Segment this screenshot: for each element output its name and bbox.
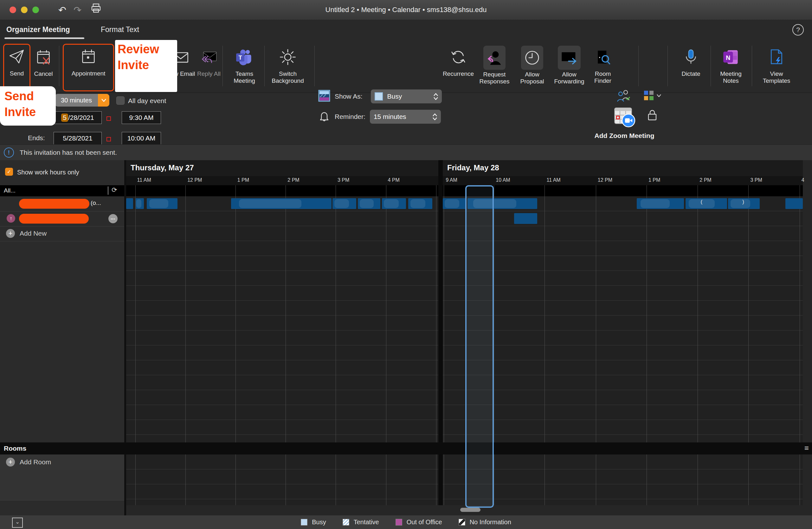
hour-gridline (235, 185, 236, 196)
duration-dropdown-icon (98, 94, 109, 106)
legend-item-noinfo: No Information (459, 518, 511, 526)
hour-gridline (386, 455, 386, 505)
hour-gridline (386, 196, 386, 442)
reply-all-button[interactable]: Reply All (195, 45, 222, 91)
tick-label: 1 PM (237, 177, 249, 183)
legend-label: No Information (470, 518, 511, 526)
add-new-row[interactable]: + Add New (0, 226, 124, 241)
tab-organizer-meeting[interactable]: Organizer Meeting (6, 25, 70, 34)
status-legend: ⌄ BusyTentativeOut of OfficeNo Informati… (0, 515, 812, 529)
appointment-button[interactable]: Appointment (63, 44, 114, 91)
annotation-review-invite: Review Invite (115, 40, 177, 92)
recurrence-button[interactable]: Recurrence (442, 45, 475, 91)
reminder-select[interactable]: 15 minutes (370, 110, 441, 124)
reminder-label: Reminder: (335, 113, 365, 120)
category-grid-icon[interactable] (643, 90, 661, 101)
view-templates-button[interactable]: View Templates (757, 45, 796, 91)
tick-label: 2 PM (288, 177, 299, 183)
tick-label: 3 PM (337, 177, 349, 183)
request-responses-button[interactable]: Request Responses (477, 45, 512, 91)
all-day-label: All day event (128, 97, 166, 105)
hamburger-icon[interactable]: ≡ (804, 444, 809, 453)
day-title: Friday, May 28 (447, 163, 499, 172)
rooms-header: Rooms ≡ (0, 442, 812, 455)
reminder-row: Reminder: 15 minutes (318, 110, 441, 124)
hour-gridline (647, 185, 647, 196)
add-room-row[interactable]: + Add Room (0, 455, 124, 470)
tick-label: 11 AM (137, 177, 151, 183)
window-title: Untitled 2 • Meeting • Calendar • sms138… (0, 6, 812, 14)
tick-label: 2 PM (699, 177, 711, 183)
attendee-row-1[interactable]: (o... (0, 196, 124, 212)
busy-block (408, 198, 432, 209)
allow-forwarding-button[interactable]: Allow Forwarding (551, 45, 587, 91)
legend-label: Tentative (354, 518, 379, 526)
plus-icon: + (6, 458, 15, 467)
tab-format-text[interactable]: Format Text (101, 25, 139, 34)
show-as-select[interactable]: Busy (371, 89, 442, 103)
rooms-grid[interactable] (443, 455, 803, 505)
teams-meeting-button[interactable]: T Teams Meeting (226, 45, 263, 91)
allow-proposal-button[interactable]: Allow Proposal (515, 45, 549, 91)
busy-block (785, 198, 803, 209)
refresh-icon[interactable]: ⟳ (112, 186, 117, 194)
room-finder-button[interactable]: Room Finder (588, 45, 618, 91)
meeting-notes-button[interactable]: N Meeting Notes (713, 45, 749, 91)
hour-gridline (436, 455, 436, 505)
show-work-hours-checkbox[interactable]: ✓ (5, 168, 13, 176)
ribbon-tabs: Organizer Meeting Format Text ? (0, 20, 812, 43)
attendee-row-2[interactable]: ↑ ••• (0, 211, 124, 226)
hour-gridline (135, 185, 136, 196)
ends-label: Ends: (28, 134, 45, 142)
all-label: All... (4, 187, 16, 194)
busy-block (443, 198, 466, 209)
time-ticks: 9 AM10 AM11 AM12 PM1 PM2 PM3 PM4 (443, 176, 803, 185)
day-grid[interactable]: () (443, 196, 803, 442)
expand-corner-icon[interactable]: ⌄ (12, 518, 23, 528)
hour-gridline (647, 196, 647, 442)
all-row: All... ⟳ (0, 185, 124, 196)
start-time-field[interactable]: 9:30 AM (122, 111, 161, 124)
rooms-grid[interactable] (126, 455, 438, 505)
send-button[interactable]: Send (3, 44, 30, 91)
show-as-icon (318, 90, 330, 103)
show-as-label: Show As: (335, 92, 363, 100)
plus-icon: + (6, 229, 15, 238)
busy-block (514, 213, 537, 224)
zoom-meeting-icon (612, 124, 637, 130)
end-date-field[interactable]: 5/28/2021 (54, 132, 102, 145)
all-day-checkbox[interactable] (116, 96, 125, 105)
tentative-swatch-icon (343, 519, 349, 526)
duration-select[interactable]: 30 minutes (55, 94, 109, 106)
attendee-name-suffix: (o... (91, 200, 101, 206)
teams-icon: T (235, 45, 253, 69)
room-row-empty (0, 470, 124, 485)
event-text-fragment: ) (742, 199, 744, 205)
legend-item-oof: Out of Office (395, 518, 442, 526)
hour-gridline (545, 196, 545, 442)
scrollbar-thumb[interactable] (460, 508, 480, 512)
day-grid[interactable] (126, 196, 438, 442)
day-title: Thursday, May 27 (131, 163, 194, 172)
hour-gridline (286, 196, 286, 442)
hour-gridline (336, 196, 336, 442)
add-zoom-meeting-button[interactable]: Add Zoom Meeting (577, 107, 672, 140)
hour-gridline (748, 196, 749, 442)
redacted-attendee-name (19, 214, 89, 224)
busy-block (136, 198, 144, 209)
hour-gridline (436, 196, 436, 442)
help-icon[interactable]: ? (792, 24, 804, 35)
switch-background-button[interactable]: Switch Background (267, 45, 309, 91)
attendees-panel: ✓ Show work hours only All... ⟳ (o... ↑ … (0, 160, 126, 515)
ellipsis-icon[interactable]: ••• (108, 214, 118, 223)
hour-gridline (596, 455, 596, 505)
end-time-field[interactable]: 10:00 AM (122, 132, 161, 145)
info-text: This invitation has not been sent. (20, 149, 117, 156)
start-date-field[interactable]: 5/28/2021 (54, 111, 102, 124)
busy-block (685, 198, 727, 209)
dictate-button[interactable]: Dictate (675, 45, 707, 91)
selected-timeslot[interactable] (465, 185, 494, 508)
attendees-check-icon[interactable] (617, 89, 631, 103)
cancel-button[interactable]: Cancel (30, 45, 57, 91)
scheduling-assistant: Thursday, May 27 11 AM12 PM1 PM2 PM3 PM4… (0, 160, 812, 515)
